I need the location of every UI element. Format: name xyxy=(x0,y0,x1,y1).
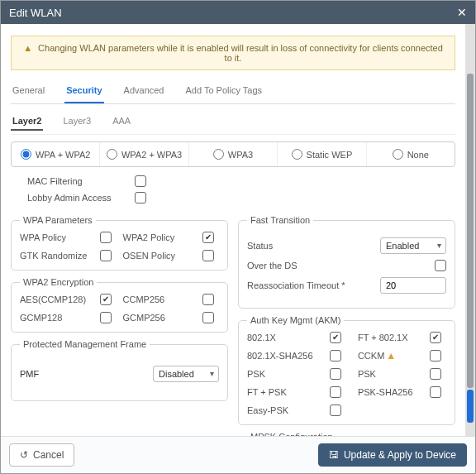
radio-static-wep[interactable]: Static WEP xyxy=(278,142,366,166)
radio-wpa-wpa2[interactable]: WPA + WPA2 xyxy=(12,142,100,166)
save-icon: 🖫 xyxy=(329,449,339,461)
cancel-button[interactable]: Cancel xyxy=(9,443,74,467)
akm-8021x-checkbox[interactable] xyxy=(330,332,341,343)
akm-8021x-label: 802.1X xyxy=(247,333,318,342)
warning-banner: ▲ Changing WLAN parameters while it is e… xyxy=(11,36,455,70)
warning-icon: ▲ xyxy=(386,350,396,361)
warning-text: Changing WLAN parameters while it is ena… xyxy=(38,43,443,63)
akm-psk-checkbox[interactable] xyxy=(330,368,341,380)
aes-ccmp128-checkbox[interactable] xyxy=(100,294,112,305)
wpa2-policy-checkbox[interactable] xyxy=(202,232,214,243)
ft-status-label: Status xyxy=(247,241,273,251)
dialog-footer: Cancel 🖫 Update & Apply to Device xyxy=(1,436,475,473)
akm-psk-label: PSK xyxy=(247,369,318,379)
subtab-layer3[interactable]: Layer3 xyxy=(61,113,93,131)
revert-icon xyxy=(20,449,28,461)
scroll-area[interactable]: ▲ Changing WLAN parameters while it is e… xyxy=(1,24,465,436)
lobby-admin-checkbox[interactable] xyxy=(135,192,146,203)
akm-8021x-sha256-label: 802.1X-SHA256 xyxy=(247,351,318,361)
ft-status-select[interactable]: Enabled xyxy=(380,237,446,254)
fast-transition-legend: Fast Transition xyxy=(247,215,313,225)
akm-ft-8021x-label: FT + 802.1X xyxy=(358,333,418,342)
dialog-title: Edit WLAN xyxy=(9,7,62,19)
wpa-policy-label: WPA Policy xyxy=(20,232,93,242)
akm-psk-r-checkbox[interactable] xyxy=(430,368,441,380)
subtab-layer2[interactable]: Layer2 xyxy=(11,113,43,131)
radio-wpa2-wpa3[interactable]: WPA2 + WPA3 xyxy=(100,142,188,166)
wpa2-policy-label: WPA2 Policy xyxy=(123,232,197,242)
akm-psk-sha256-label: PSK-SHA256 xyxy=(358,387,418,397)
mac-filtering-label: MAC Filtering xyxy=(27,176,126,186)
gtk-randomize-label: GTK Randomize xyxy=(20,251,93,261)
titlebar: Edit WLAN ✕ xyxy=(1,1,475,24)
ccmp256-label: CCMP256 xyxy=(123,294,197,304)
wpa-parameters-group: WPA Parameters WPA Policy WPA2 Policy GT… xyxy=(11,215,228,271)
over-ds-checkbox[interactable] xyxy=(435,260,446,271)
gtk-randomize-checkbox[interactable] xyxy=(100,250,112,261)
akm-legend: Auth Key Mgmt (AKM) xyxy=(247,315,344,325)
tab-general[interactable]: General xyxy=(11,80,46,103)
scrollbar[interactable] xyxy=(465,24,475,436)
radio-none[interactable]: None xyxy=(367,142,455,166)
gcmp128-checkbox[interactable] xyxy=(100,312,112,323)
scrollbar-accent[interactable] xyxy=(467,390,474,423)
akm-ft-psk-label: FT + PSK xyxy=(247,387,318,397)
fast-transition-group: Fast Transition Status Enabled Over the … xyxy=(238,215,455,309)
mac-filtering-checkbox[interactable] xyxy=(135,175,146,187)
edit-wlan-dialog: Edit WLAN ✕ ▲ Changing WLAN parameters w… xyxy=(0,0,476,474)
reassoc-timeout-input[interactable] xyxy=(380,277,446,294)
scrollbar-thumb[interactable] xyxy=(467,74,474,388)
osen-policy-checkbox[interactable] xyxy=(202,250,214,261)
akm-ft-psk-checkbox[interactable] xyxy=(330,386,341,398)
warning-icon: ▲ xyxy=(23,43,32,53)
gcmp256-label: GCMP256 xyxy=(123,313,197,323)
akm-8021x-sha256-checkbox[interactable] xyxy=(330,350,341,361)
gcmp256-checkbox[interactable] xyxy=(202,312,214,323)
akm-cckm-checkbox[interactable] xyxy=(430,350,441,361)
wpa2-encryption-group: WPA2 Encryption AES(CCMP128) CCMP256 GCM… xyxy=(11,277,228,333)
tab-policy-tags[interactable]: Add To Policy Tags xyxy=(184,80,264,103)
main-tabs: General Security Advanced Add To Policy … xyxy=(11,80,455,104)
wpa-policy-checkbox[interactable] xyxy=(100,232,112,243)
over-ds-label: Over the DS xyxy=(247,261,298,271)
akm-ft-8021x-checkbox[interactable] xyxy=(430,332,441,343)
akm-easy-psk-checkbox[interactable] xyxy=(330,405,341,416)
dialog-body: ▲ Changing WLAN parameters while it is e… xyxy=(1,24,475,436)
akm-psk-sha256-checkbox[interactable] xyxy=(430,386,441,398)
tab-advanced[interactable]: Advanced xyxy=(122,80,166,103)
security-mode-radio-group: WPA + WPA2 WPA2 + WPA3 WPA3 Static WEP N… xyxy=(11,141,455,167)
wpa2-encryption-legend: WPA2 Encryption xyxy=(20,277,97,287)
akm-easy-psk-label: Easy-PSK xyxy=(247,405,318,415)
gcmp128-label: GCMP128 xyxy=(20,313,93,323)
ccmp256-checkbox[interactable] xyxy=(202,294,214,305)
pmf-select[interactable]: Disabled xyxy=(153,366,219,382)
lobby-admin-label: Lobby Admin Access xyxy=(27,193,126,203)
osen-policy-label: OSEN Policy xyxy=(123,251,197,261)
apply-button[interactable]: 🖫 Update & Apply to Device xyxy=(318,443,467,467)
akm-psk-r-label: PSK xyxy=(358,369,418,379)
tab-security[interactable]: Security xyxy=(64,80,103,103)
akm-group: Auth Key Mgmt (AKM) 802.1X FT + 802.1X 8… xyxy=(238,315,455,425)
radio-wpa3[interactable]: WPA3 xyxy=(189,142,278,166)
security-subtabs: Layer2 Layer3 AAA xyxy=(11,109,455,135)
pmf-legend: Protected Management Frame xyxy=(20,339,150,349)
reassoc-timeout-label: Reassociation Timeout * xyxy=(247,280,345,290)
close-icon[interactable]: ✕ xyxy=(457,6,467,19)
pmf-label: PMF xyxy=(20,369,39,379)
akm-cckm-label: CCKM▲ xyxy=(358,350,418,361)
pmf-group: Protected Management Frame PMF Disabled xyxy=(11,339,228,401)
wpa-parameters-legend: WPA Parameters xyxy=(20,215,96,225)
aes-ccmp128-label: AES(CCMP128) xyxy=(20,294,93,304)
subtab-aaa[interactable]: AAA xyxy=(111,113,132,131)
